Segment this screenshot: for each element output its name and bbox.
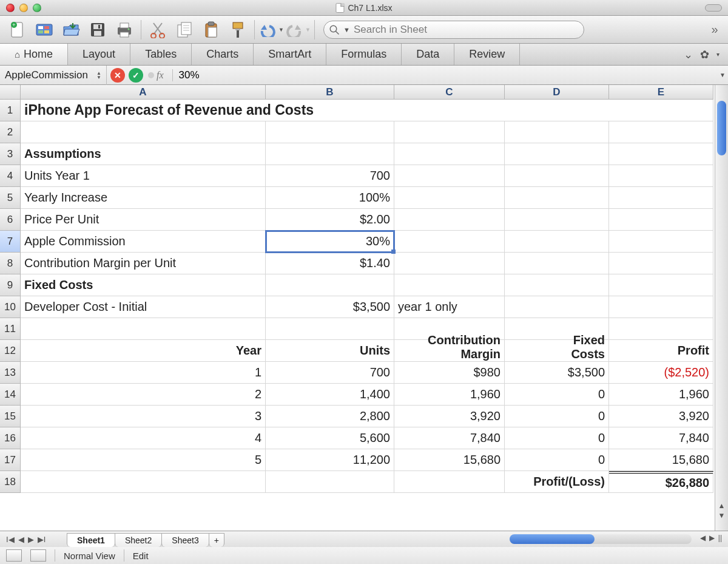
cell-E15[interactable]: 3,920 [609, 406, 713, 427]
cell-D16[interactable]: 0 [505, 427, 609, 449]
scroll-right-icon[interactable]: ▶ [709, 534, 715, 542]
cell-B18[interactable] [266, 471, 394, 493]
row-header[interactable]: 6 [0, 209, 21, 231]
scrollbar-thumb[interactable] [510, 534, 595, 544]
add-sheet-button[interactable]: + [209, 533, 224, 547]
cell-D8[interactable] [505, 253, 609, 274]
cell-A17[interactable]: 5 [21, 449, 266, 471]
cell-C17[interactable]: 15,680 [394, 449, 505, 471]
row-header[interactable]: 1 [0, 100, 21, 121]
cell-D7[interactable] [505, 231, 609, 253]
cell-E11[interactable] [609, 318, 713, 340]
grid[interactable]: A B C D E 1 iPhone App Forecast of Reven… [0, 85, 715, 493]
cell-A11[interactable] [21, 318, 266, 340]
cell-B10[interactable]: $3,500 [266, 296, 394, 318]
cell-B7-selected[interactable]: 30% [266, 231, 394, 253]
format-painter-button[interactable] [225, 18, 251, 41]
row-header[interactable]: 17 [0, 449, 21, 471]
zoom-icon[interactable] [33, 4, 41, 12]
tab-formulas[interactable]: Formulas [326, 44, 402, 65]
tab-data[interactable]: Data [402, 44, 454, 65]
cell-A2[interactable] [21, 121, 266, 143]
gallery-button[interactable] [32, 18, 57, 41]
cell-C9[interactable] [394, 274, 505, 296]
row-header[interactable]: 5 [0, 187, 21, 209]
cell-B16[interactable]: 5,600 [266, 427, 394, 449]
name-box[interactable]: AppleCommission ▲▼ [0, 66, 107, 85]
cell-B5[interactable]: 100% [266, 187, 394, 209]
cell-E9[interactable] [609, 274, 713, 296]
row-header[interactable]: 18 [0, 471, 21, 493]
cell-E12[interactable]: Profit [609, 340, 713, 362]
cell-B8[interactable]: $1.40 [266, 253, 394, 274]
cell-C10[interactable]: year 1 only [394, 296, 505, 318]
formula-bar-expand-icon[interactable]: ▼ [717, 72, 728, 78]
scrollbar-thumb[interactable] [717, 101, 726, 155]
col-header-D[interactable]: D [505, 85, 609, 100]
tab-charts[interactable]: Charts [192, 44, 254, 65]
sheet-tab-1[interactable]: Sheet1 [67, 533, 115, 547]
sheet-tab-2[interactable]: Sheet2 [115, 533, 162, 547]
row-header[interactable]: 15 [0, 406, 21, 427]
cell-C7[interactable] [394, 231, 505, 253]
cell-B3[interactable] [266, 143, 394, 165]
horizontal-scrollbar[interactable] [510, 534, 692, 544]
row-header[interactable]: 11 [0, 318, 21, 340]
toolbar-overflow-icon[interactable]: » [706, 21, 723, 38]
cell-B4[interactable]: 700 [266, 165, 394, 187]
next-sheet-icon[interactable]: ▶ [28, 535, 34, 544]
cell-D14[interactable]: 0 [505, 384, 609, 406]
cell-B6[interactable]: $2.00 [266, 209, 394, 231]
row-header[interactable]: 4 [0, 165, 21, 187]
cell-E10[interactable] [609, 296, 713, 318]
undo-button[interactable]: ▼ [258, 18, 284, 41]
cell-D6[interactable] [505, 209, 609, 231]
cell-B15[interactable]: 2,800 [266, 406, 394, 427]
cell-D2[interactable] [505, 121, 609, 143]
cell-B9[interactable] [266, 274, 394, 296]
cell-B17[interactable]: 11,200 [266, 449, 394, 471]
row-header[interactable]: 3 [0, 143, 21, 165]
cell-D13[interactable]: $3,500 [505, 362, 609, 384]
cell-C14[interactable]: 1,960 [394, 384, 505, 406]
cell-E3[interactable] [609, 143, 713, 165]
row-header[interactable]: 14 [0, 384, 21, 406]
row-header[interactable]: 12 [0, 340, 21, 362]
col-header-B[interactable]: B [266, 85, 394, 100]
cut-button[interactable] [145, 18, 170, 41]
save-button[interactable] [85, 18, 110, 41]
col-header-E[interactable]: E [609, 85, 713, 100]
tab-smartart[interactable]: SmartArt [254, 44, 326, 65]
cell-C16[interactable]: 7,840 [394, 427, 505, 449]
split-handle-icon[interactable]: || [718, 534, 722, 542]
search-input[interactable]: ▼ Search in Sheet [323, 21, 584, 39]
cell-A14[interactable]: 2 [21, 384, 266, 406]
cell-A13[interactable]: 1 [21, 362, 266, 384]
cell-E14[interactable]: 1,960 [609, 384, 713, 406]
scroll-down-icon[interactable]: ▼ [715, 511, 728, 520]
row-header[interactable]: 7 [0, 231, 21, 253]
vertical-scrollbar[interactable]: ▲ ▼ [715, 85, 728, 531]
cell-A16[interactable]: 4 [21, 427, 266, 449]
cell-C5[interactable] [394, 187, 505, 209]
tab-tables[interactable]: Tables [130, 44, 192, 65]
cell-E17[interactable]: 15,680 [609, 449, 713, 471]
cell-C4[interactable] [394, 165, 505, 187]
cell-C15[interactable]: 3,920 [394, 406, 505, 427]
scroll-left-icon[interactable]: ◀ [700, 534, 706, 542]
cell-D18[interactable]: Profit/(Loss) [505, 471, 609, 493]
first-sheet-icon[interactable]: I◀ [6, 535, 15, 544]
cell-E18[interactable]: $26,880 [609, 471, 713, 493]
paste-button[interactable] [198, 18, 224, 41]
cell-A9[interactable]: Fixed Costs [21, 274, 266, 296]
minimize-icon[interactable] [19, 4, 28, 12]
cell-D5[interactable] [505, 187, 609, 209]
row-header[interactable]: 16 [0, 427, 21, 449]
cell-D3[interactable] [505, 143, 609, 165]
cell-A1[interactable]: iPhone App Forecast of Revenue and Costs [21, 100, 713, 121]
last-sheet-icon[interactable]: ▶I [38, 535, 46, 544]
cell-C12[interactable]: ContributionMargin [394, 340, 505, 362]
cell-E2[interactable] [609, 121, 713, 143]
accept-formula-button[interactable]: ✓ [129, 68, 143, 83]
name-box-stepper-icon[interactable]: ▲▼ [96, 71, 101, 80]
